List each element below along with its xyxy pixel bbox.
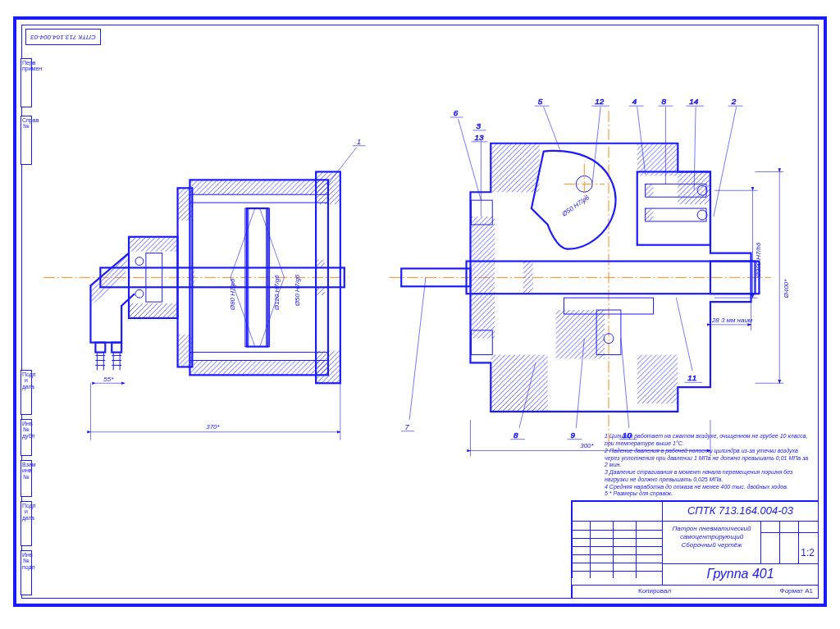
dim-left-link: 55* (103, 376, 114, 383)
tb-title2: самоцентрирующий (663, 533, 760, 541)
svg-line-96 (621, 339, 629, 428)
svg-rect-4 (189, 194, 328, 203)
svg-text:13: 13 (474, 133, 484, 142)
svg-rect-23 (95, 343, 105, 353)
svg-point-21 (135, 258, 144, 266)
svg-point-56 (697, 210, 707, 220)
svg-rect-26 (317, 287, 325, 295)
tb-format: Формат А1 (780, 587, 813, 595)
note-line: 2 Падение давления в рабочей полости цил… (605, 448, 810, 469)
svg-rect-8 (316, 351, 340, 384)
svg-text:14: 14 (689, 97, 699, 106)
dim-piston1: Ø120 H7/g6 (273, 275, 281, 311)
technical-notes: 1 Цилиндр работает на сжатом воздухе, оч… (605, 433, 810, 498)
dim-right-inner: Ø300 H7/h6 (755, 242, 762, 278)
svg-rect-38 (491, 355, 547, 412)
svg-line-27 (328, 148, 357, 185)
note-line: 1 Цилиндр работает на сжатом воздухе, оч… (605, 433, 810, 448)
tb-group: Группа 401 (662, 563, 818, 585)
view-left-cylinder: 55* Ø120 H7/g6 Ø80 H7/p6 Ø50 H7/g6 1 370 (43, 137, 366, 440)
svg-text:9: 9 (570, 431, 575, 440)
tb-title1: Патрон пневматический (663, 525, 760, 533)
dim-cam: Ø50 H7/р6 (560, 194, 591, 218)
svg-rect-39 (637, 355, 678, 403)
svg-rect-53 (646, 184, 654, 197)
note-line: 5 * Размеры для справок. (605, 490, 810, 498)
svg-rect-40 (470, 217, 495, 339)
dim-piston3: Ø50 H7/g6 (294, 274, 301, 307)
drawing-frame: СПТК 713.164.004-03 Перв примен Справ № … (21, 25, 819, 599)
tb-scale: 1:2 (801, 547, 815, 558)
svg-text:8: 8 (514, 431, 518, 440)
callout-1: 1 (357, 137, 362, 146)
dim-right-overall: 300* (580, 442, 594, 449)
svg-point-28 (326, 183, 329, 185)
svg-line-99 (676, 298, 692, 371)
svg-rect-45 (523, 262, 533, 294)
title-block: СПТК 713.164.004-03 Патрон пневматически… (571, 500, 818, 598)
svg-rect-18 (129, 237, 177, 252)
svg-text:7: 7 (404, 422, 409, 431)
dim-left-overall: 370* (206, 423, 220, 431)
svg-text:12: 12 (595, 97, 605, 106)
svg-text:5: 5 (538, 97, 543, 106)
svg-rect-24 (112, 343, 121, 353)
tb-drawing-number: СПТК 713.164.004-03 (662, 501, 818, 521)
svg-rect-54 (646, 208, 654, 221)
svg-rect-25 (317, 260, 325, 268)
svg-rect-3 (189, 360, 328, 375)
svg-text:3: 3 (476, 121, 481, 130)
view-right-chuck: Ø50 H7/р6 5 12 (389, 97, 790, 456)
svg-line-76 (714, 107, 737, 217)
tb-copied: Копировал (638, 587, 671, 595)
svg-rect-10 (178, 188, 193, 221)
svg-point-22 (135, 289, 144, 298)
svg-rect-7 (316, 171, 340, 204)
svg-text:11: 11 (687, 373, 696, 382)
tb-title3: Сборочный чертёж (663, 541, 760, 549)
note-line: 3 Давление страгивания в момент начала п… (605, 469, 810, 484)
svg-rect-11 (178, 335, 193, 367)
svg-rect-19 (129, 303, 177, 318)
svg-line-64 (592, 107, 600, 182)
note-line: 4 Средняя наработка до отказа не менее 4… (605, 484, 810, 491)
svg-line-79 (459, 119, 482, 200)
dim-piston2: Ø80 H7/p6 (229, 278, 236, 311)
svg-rect-2 (189, 180, 328, 194)
svg-rect-5 (189, 353, 328, 361)
svg-rect-41 (556, 310, 605, 358)
svg-text:4: 4 (632, 97, 637, 106)
svg-line-87 (409, 277, 426, 420)
svg-text:8: 8 (661, 97, 666, 106)
svg-rect-35 (491, 144, 539, 192)
svg-rect-16 (189, 267, 194, 287)
drawing-sheet: СПТК 713.164.004-03 Перв примен Справ № … (13, 16, 827, 607)
svg-text:2: 2 (731, 97, 737, 106)
dim-right-step: 28 3 мм наим (711, 317, 753, 324)
svg-text:6: 6 (454, 108, 459, 117)
dim-right-outer: Ø400* (783, 279, 790, 299)
